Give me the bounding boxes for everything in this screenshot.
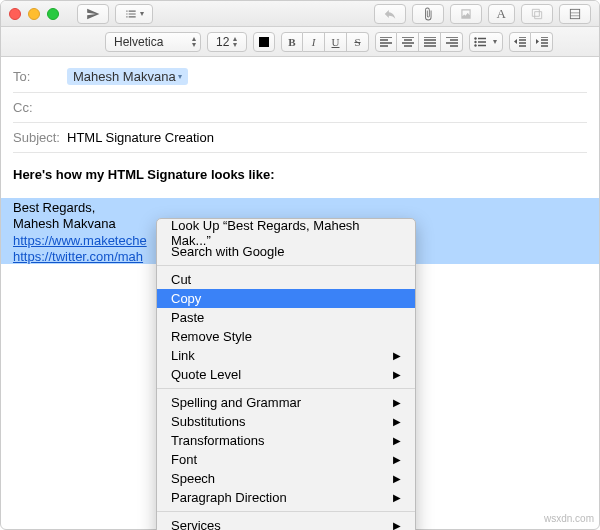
- menu-remove-style[interactable]: Remove Style: [157, 327, 415, 346]
- text-color-button[interactable]: [253, 32, 275, 52]
- close-icon[interactable]: [9, 8, 21, 20]
- bullet-list-icon: [474, 37, 486, 47]
- strike-button[interactable]: S: [347, 32, 369, 52]
- chevron-right-icon: ▶: [393, 350, 401, 361]
- svg-point-3: [474, 37, 476, 39]
- bold-icon: B: [288, 36, 295, 48]
- menu-paste[interactable]: Paste: [157, 308, 415, 327]
- align-center-button[interactable]: [397, 32, 419, 52]
- svg-rect-0: [570, 9, 579, 18]
- strike-icon: S: [354, 36, 360, 48]
- chevron-right-icon: ▶: [393, 435, 401, 446]
- sig-link2[interactable]: https://twitter.com/mah: [13, 249, 143, 264]
- watermark: wsxdn.com: [544, 513, 594, 524]
- align-justify-button[interactable]: [419, 32, 441, 52]
- menu-spelling[interactable]: Spelling and Grammar▶: [157, 393, 415, 412]
- cc-row[interactable]: Cc:: [13, 93, 587, 123]
- outdent-icon: [514, 37, 526, 47]
- stack-icon: [530, 7, 544, 21]
- chevron-down-icon: ▾: [140, 9, 144, 18]
- minimize-icon[interactable]: [28, 8, 40, 20]
- photo-browser-button[interactable]: [559, 4, 591, 24]
- indent-button[interactable]: [531, 32, 553, 52]
- menu-paragraph-direction[interactable]: Paragraph Direction▶: [157, 488, 415, 507]
- format-a-icon: A: [497, 6, 506, 22]
- menu-transformations[interactable]: Transformations▶: [157, 431, 415, 450]
- chevron-down-icon: ▾: [493, 39, 497, 45]
- chevron-down-icon: ▾: [178, 72, 182, 81]
- chevron-right-icon: ▶: [393, 492, 401, 503]
- titlebar: ▾ A: [1, 1, 599, 27]
- list-button[interactable]: ▾: [469, 32, 503, 52]
- sig-line1: Best Regards,: [13, 200, 587, 216]
- format-bar: Helvetica ▴▾ 12 ▴▾ B I U S ▾: [1, 27, 599, 57]
- to-row[interactable]: To: Mahesh Makvana ▾: [13, 61, 587, 93]
- underline-icon: U: [332, 36, 340, 48]
- reply-icon: [383, 7, 397, 21]
- paper-plane-icon: [86, 7, 100, 21]
- chevron-right-icon: ▶: [393, 369, 401, 380]
- chevron-right-icon: ▶: [393, 397, 401, 408]
- menu-lookup[interactable]: Look Up “Best Regards, Mahesh Mak...”: [157, 223, 415, 242]
- bold-button[interactable]: B: [281, 32, 303, 52]
- list-icon: [124, 7, 138, 21]
- svg-point-4: [474, 40, 476, 42]
- align-left-button[interactable]: [375, 32, 397, 52]
- chevron-right-icon: ▶: [393, 520, 401, 530]
- menu-separator: [157, 265, 415, 266]
- sig-link1[interactable]: https://www.maketeche: [13, 233, 147, 248]
- paperclip-icon: [421, 7, 435, 21]
- menu-separator: [157, 511, 415, 512]
- context-menu: Look Up “Best Regards, Mahesh Mak...” Se…: [156, 218, 416, 530]
- subject-value: HTML Signature Creation: [67, 130, 214, 145]
- to-label: To:: [13, 69, 67, 84]
- to-value: Mahesh Makvana: [73, 69, 176, 84]
- cc-label: Cc:: [13, 100, 67, 115]
- menu-font[interactable]: Font▶: [157, 450, 415, 469]
- send-button[interactable]: [77, 4, 109, 24]
- italic-icon: I: [312, 36, 316, 48]
- underline-button[interactable]: U: [325, 32, 347, 52]
- align-justify-icon: [424, 37, 436, 47]
- subject-row[interactable]: Subject: HTML Signature Creation: [13, 123, 587, 153]
- window-controls: [9, 8, 59, 20]
- menu-quote-level[interactable]: Quote Level▶: [157, 365, 415, 384]
- align-right-button[interactable]: [441, 32, 463, 52]
- font-family-value: Helvetica: [114, 35, 163, 49]
- chevron-updown-icon: ▴▾: [233, 36, 237, 48]
- reply-button[interactable]: [374, 4, 406, 24]
- font-size-select[interactable]: 12 ▴▾: [207, 32, 247, 52]
- chevron-right-icon: ▶: [393, 454, 401, 465]
- menu-substitutions[interactable]: Substitutions▶: [157, 412, 415, 431]
- style-group: B I U S: [281, 32, 369, 52]
- align-center-icon: [402, 37, 414, 47]
- align-left-icon: [380, 37, 392, 47]
- menu-services[interactable]: Services▶: [157, 516, 415, 530]
- menu-copy[interactable]: Copy: [157, 289, 415, 308]
- font-family-select[interactable]: Helvetica ▴▾: [105, 32, 201, 52]
- stationery-button[interactable]: [521, 4, 553, 24]
- menu-link[interactable]: Link▶: [157, 346, 415, 365]
- to-token[interactable]: Mahesh Makvana ▾: [67, 68, 188, 85]
- italic-button[interactable]: I: [303, 32, 325, 52]
- body-intro: Here's how my HTML Signature looks like:: [13, 167, 587, 182]
- photo-icon: [459, 7, 473, 21]
- zoom-icon[interactable]: [47, 8, 59, 20]
- format-button[interactable]: A: [488, 4, 515, 24]
- chevron-right-icon: ▶: [393, 473, 401, 484]
- header-fields: To: Mahesh Makvana ▾ Cc: Subject: HTML S…: [1, 57, 599, 153]
- color-swatch-icon: [259, 37, 269, 47]
- svg-point-5: [474, 44, 476, 46]
- menu-cut[interactable]: Cut: [157, 270, 415, 289]
- include-button[interactable]: [450, 4, 482, 24]
- header-fields-button[interactable]: ▾: [115, 4, 153, 24]
- align-group: [375, 32, 463, 52]
- align-right-icon: [446, 37, 458, 47]
- outdent-button[interactable]: [509, 32, 531, 52]
- menu-separator: [157, 388, 415, 389]
- grid-icon: [568, 7, 582, 21]
- menu-speech[interactable]: Speech▶: [157, 469, 415, 488]
- attach-button[interactable]: [412, 4, 444, 24]
- chevron-updown-icon: ▴▾: [192, 36, 196, 48]
- subject-label: Subject:: [13, 130, 67, 145]
